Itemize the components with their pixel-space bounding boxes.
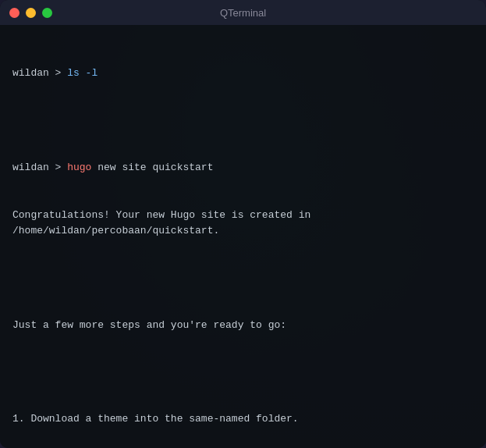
terminal-body[interactable]: wildan > ls -l wildan > hugo new site qu… bbox=[0, 25, 486, 448]
window-title: QTerminal bbox=[220, 7, 266, 19]
minimize-button[interactable] bbox=[26, 8, 36, 18]
line-ls: wildan > ls -l bbox=[12, 66, 474, 81]
terminal-content: wildan > ls -l wildan > hugo new site qu… bbox=[12, 34, 474, 448]
line-hugo-cmd: wildan > hugo new site quickstart bbox=[12, 160, 474, 176]
line-congrats: Congratulations! Your new Hugo site is c… bbox=[12, 208, 474, 239]
titlebar: QTerminal bbox=[0, 0, 486, 25]
traffic-lights bbox=[9, 8, 52, 18]
line-blank-3 bbox=[12, 364, 474, 380]
line-blank-1 bbox=[12, 113, 474, 129]
line-steps-intro: Just a few more steps and you're ready t… bbox=[12, 318, 474, 333]
line-blank-2 bbox=[12, 270, 474, 286]
terminal-window: QTerminal wildan > ls -l wildan > hugo n… bbox=[0, 0, 486, 448]
maximize-button[interactable] bbox=[42, 8, 52, 18]
close-button[interactable] bbox=[9, 8, 20, 18]
line-step1: 1. Download a theme into the same-named … bbox=[12, 411, 474, 427]
